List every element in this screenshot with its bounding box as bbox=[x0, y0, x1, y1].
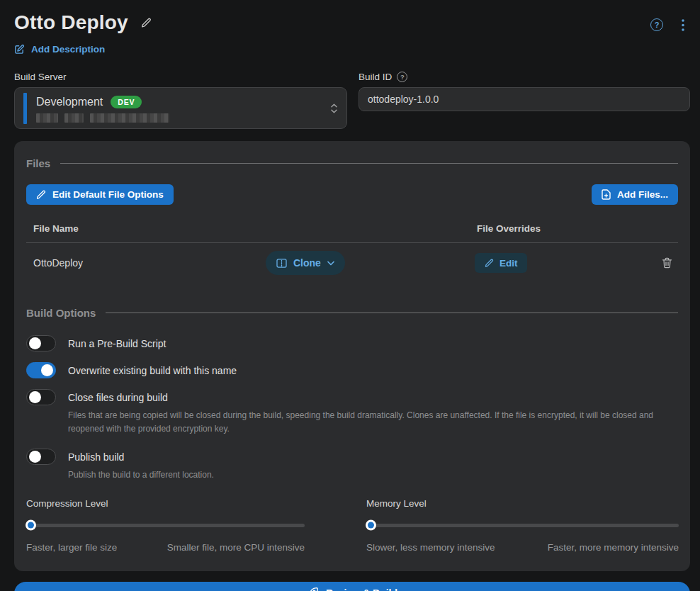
review-and-build-button[interactable]: Review & Build bbox=[14, 582, 690, 591]
toggle-row-publish-build: Publish build bbox=[26, 449, 678, 465]
pencil-icon bbox=[485, 259, 494, 268]
col-header-file-name: File Name bbox=[26, 223, 477, 234]
pencil-icon bbox=[141, 18, 152, 28]
compression-level-slider[interactable] bbox=[26, 524, 305, 527]
page-title: Otto Deploy bbox=[14, 11, 128, 34]
section-divider bbox=[106, 313, 678, 313]
build-server-label: Build Server bbox=[14, 72, 347, 82]
close-files-toggle[interactable] bbox=[26, 389, 56, 405]
toggle-description: Publish the build to a different locatio… bbox=[68, 468, 678, 482]
toggle-label: Publish build bbox=[68, 451, 124, 463]
add-description-label: Add Description bbox=[31, 44, 105, 55]
clone-icon bbox=[276, 259, 287, 268]
memory-level-label: Memory Level bbox=[366, 498, 679, 509]
memory-level-slider[interactable] bbox=[366, 524, 679, 527]
slider-right-caption: Faster, more memory intensive bbox=[548, 542, 679, 553]
pencil-icon bbox=[36, 190, 46, 200]
help-button[interactable]: ? bbox=[648, 16, 666, 34]
toggle-row-close-files: Close files during build bbox=[26, 389, 678, 405]
compression-level-label: Compression Level bbox=[26, 498, 305, 509]
toggle-label: Overwrite existing build with this name bbox=[68, 365, 237, 376]
toggle-description: Files that are being copied will be clos… bbox=[68, 409, 678, 435]
trash-icon bbox=[662, 257, 672, 269]
build-id-label: Build ID bbox=[359, 72, 392, 82]
edit-default-file-options-button[interactable]: Edit Default File Options bbox=[26, 184, 174, 205]
edit-square-icon bbox=[14, 44, 25, 55]
compression-level-group: Compression Level Faster, larger file si… bbox=[26, 498, 305, 553]
help-icon: ? bbox=[650, 18, 663, 31]
build-config-card: Files Edit Default File Options Add File… bbox=[14, 141, 690, 571]
col-header-file-overrides: File Overrides bbox=[477, 223, 541, 234]
overwrite-build-toggle[interactable] bbox=[26, 362, 56, 378]
edit-title-button[interactable] bbox=[138, 15, 154, 31]
pre-build-script-toggle[interactable] bbox=[26, 335, 56, 351]
clone-dropdown-button[interactable]: Clone bbox=[266, 251, 345, 275]
edit-overrides-button[interactable]: Edit bbox=[475, 253, 528, 273]
build-id-input[interactable] bbox=[359, 87, 690, 111]
server-env-badge: DEV bbox=[111, 96, 142, 108]
file-plus-icon bbox=[602, 189, 611, 200]
toggle-row-overwrite-build: Overwrite existing build with this name bbox=[26, 362, 678, 378]
toggle-row-pre-build-script: Run a Pre-Build Script bbox=[26, 335, 678, 351]
memory-level-group: Memory Level Slower, less memory intensi… bbox=[366, 498, 679, 553]
redacted-server-detail bbox=[36, 113, 169, 123]
publish-build-toggle[interactable] bbox=[26, 449, 56, 465]
slider-left-caption: Slower, less memory intensive bbox=[366, 542, 495, 553]
selected-server-name: Development bbox=[36, 96, 103, 108]
page: Otto Deploy ? Add Description bbox=[0, 0, 700, 591]
rocket-icon bbox=[307, 587, 318, 591]
slider-thumb[interactable] bbox=[26, 520, 36, 531]
slider-right-caption: Smaller file, more CPU intensive bbox=[167, 542, 305, 553]
select-stepper-icon bbox=[330, 103, 338, 113]
build-server-select[interactable]: Development DEV bbox=[14, 87, 347, 129]
toggle-group-close-files: Close files during build Files that are … bbox=[26, 389, 678, 435]
toggle-label: Close files during build bbox=[68, 392, 168, 403]
header: Otto Deploy ? bbox=[14, 11, 690, 34]
add-files-button[interactable]: Add Files... bbox=[592, 184, 678, 205]
chevron-down-icon bbox=[327, 261, 334, 266]
build-options-section-title: Build Options bbox=[26, 307, 96, 319]
selection-accent-bar bbox=[23, 93, 27, 124]
add-description-link[interactable]: Add Description bbox=[14, 44, 105, 55]
overflow-menu-button[interactable] bbox=[679, 16, 687, 34]
slider-left-caption: Faster, larger file size bbox=[26, 542, 117, 553]
slider-thumb[interactable] bbox=[366, 520, 376, 531]
file-name-cell: OttoDeploy bbox=[26, 257, 266, 269]
toggle-group-publish-build: Publish build Publish the build to a dif… bbox=[26, 449, 678, 482]
files-section-title: Files bbox=[26, 157, 50, 169]
section-divider bbox=[60, 163, 678, 164]
kebab-menu-icon bbox=[682, 19, 684, 31]
files-table: File Name File Overrides OttoDeploy Clon… bbox=[26, 223, 678, 283]
build-id-info-icon[interactable]: ? bbox=[397, 72, 407, 82]
toggle-label: Run a Pre-Build Script bbox=[68, 338, 166, 349]
table-row: OttoDeploy Clone Edit bbox=[26, 243, 678, 283]
delete-file-button[interactable] bbox=[659, 254, 675, 271]
